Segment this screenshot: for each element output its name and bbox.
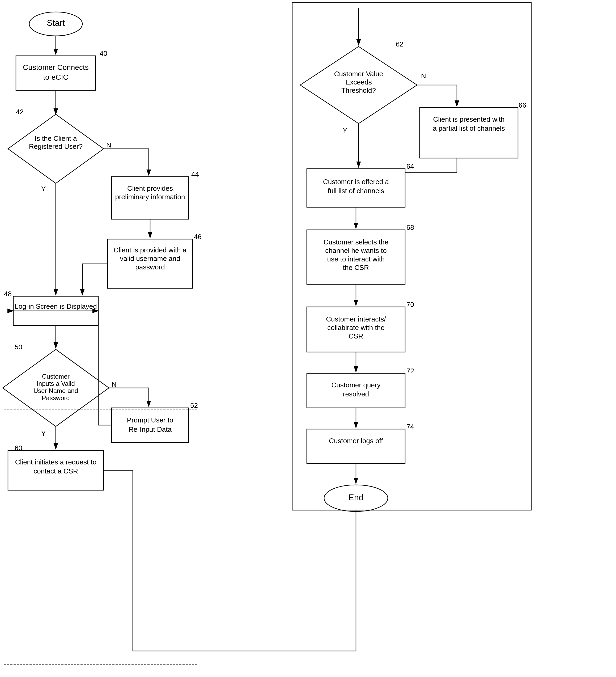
start-label: Start bbox=[47, 18, 65, 28]
n42-no-label: N bbox=[106, 141, 111, 149]
n68-label: Customer selects the bbox=[324, 238, 388, 246]
diagram-container: Start Customer Connects to eCIC 40 Is th… bbox=[0, 0, 616, 677]
svg-text:collabirate with the: collabirate with the bbox=[327, 324, 384, 331]
n68-ref: 68 bbox=[407, 223, 414, 231]
n70-ref: 70 bbox=[407, 301, 414, 309]
svg-text:Re-Input Data: Re-Input Data bbox=[129, 425, 172, 433]
svg-text:to eCIC: to eCIC bbox=[43, 73, 68, 81]
n40-ref: 40 bbox=[100, 49, 107, 57]
n52-label: Prompt User to bbox=[127, 416, 174, 424]
svg-rect-37 bbox=[4, 409, 198, 664]
n62-no-label: N bbox=[421, 72, 426, 80]
n62-label: Customer Value bbox=[334, 70, 383, 78]
svg-text:the CSR: the CSR bbox=[343, 264, 369, 272]
end-label: End bbox=[348, 493, 364, 502]
svg-text:contact a CSR: contact a CSR bbox=[34, 467, 78, 475]
svg-text:User Name and: User Name and bbox=[34, 387, 78, 394]
n50-no-label: N bbox=[111, 380, 116, 388]
n48-label: Log-in Screen is Displayed bbox=[15, 302, 97, 310]
n50-ref: 50 bbox=[15, 343, 22, 351]
svg-text:full list of channels: full list of channels bbox=[328, 187, 384, 195]
svg-text:Password: Password bbox=[42, 394, 69, 402]
n40-label: Customer Connects bbox=[23, 63, 88, 72]
svg-text:Registered User?: Registered User? bbox=[29, 142, 83, 150]
n48-ref: 48 bbox=[4, 290, 12, 298]
n72-ref: 72 bbox=[407, 367, 414, 375]
n74-label: Customer logs off bbox=[329, 437, 383, 445]
svg-text:valid username and: valid username and bbox=[120, 255, 180, 263]
n44-ref: 44 bbox=[191, 170, 199, 178]
svg-rect-64 bbox=[307, 429, 405, 464]
n62-ref: 62 bbox=[396, 40, 404, 48]
n46-label: Client is provided with a bbox=[114, 246, 187, 254]
n70-label: Customer interacts/ bbox=[326, 315, 386, 323]
n74-ref: 74 bbox=[407, 423, 414, 431]
n66-label: Client is presented with bbox=[433, 115, 505, 123]
n46-ref: 46 bbox=[194, 233, 202, 241]
n42-yes-label: Y bbox=[41, 185, 46, 193]
svg-text:password: password bbox=[135, 263, 165, 271]
n42-ref: 42 bbox=[16, 108, 23, 116]
svg-text:use to interact with: use to interact with bbox=[327, 255, 385, 263]
svg-text:resolved: resolved bbox=[343, 390, 369, 398]
svg-text:channel he wants to: channel he wants to bbox=[325, 246, 386, 255]
n50-label: Customer bbox=[42, 373, 69, 380]
n64-label: Customer is offered a bbox=[323, 178, 389, 186]
svg-text:a partial list of channels: a partial list of channels bbox=[433, 124, 505, 132]
n52-ref: 52 bbox=[190, 402, 198, 409]
svg-text:Exceeds: Exceeds bbox=[345, 78, 372, 86]
n50-yes-label: Y bbox=[41, 430, 46, 437]
n60-label: Client initiates a request to bbox=[15, 458, 96, 466]
svg-rect-27 bbox=[111, 408, 189, 442]
n64-ref: 64 bbox=[407, 162, 414, 170]
svg-text:CSR: CSR bbox=[349, 332, 363, 340]
svg-text:Inputs a Valid: Inputs a Valid bbox=[37, 380, 75, 387]
n62-yes-label: Y bbox=[343, 127, 347, 134]
svg-text:Threshold?: Threshold? bbox=[341, 86, 376, 94]
n60-ref: 60 bbox=[15, 444, 22, 452]
n66-ref: 66 bbox=[519, 101, 526, 109]
n44-label: Client provides bbox=[127, 184, 173, 192]
svg-text:preliminary information: preliminary information bbox=[115, 193, 185, 201]
n72-label: Customer query bbox=[332, 381, 381, 389]
n42-label: Is the Client a bbox=[35, 134, 77, 142]
